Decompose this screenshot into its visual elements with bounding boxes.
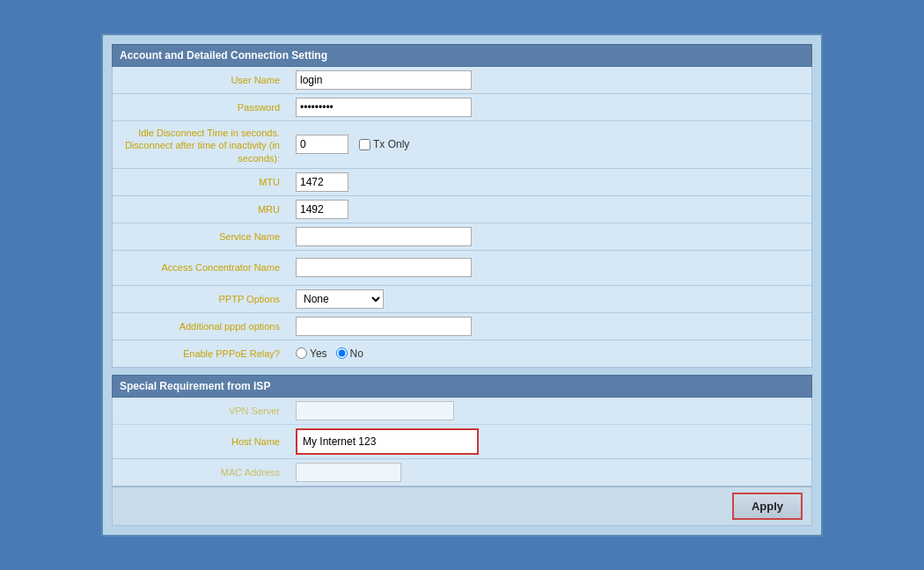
username-input[interactable] [296,70,472,90]
footer-bar: Apply [112,486,812,526]
pptp-options-label: PPTP Options [113,289,289,309]
idle-disconnect-label: Idle Disconnect Time in seconds. Disconn… [113,121,289,168]
pppoe-relay-radio-group: Yes No [296,347,804,360]
host-name-input-cell [289,425,811,458]
mru-label: MRU [113,200,289,219]
host-name-label: Host Name [113,432,289,451]
mac-address-input-cell [289,459,811,486]
mru-input[interactable] [296,200,348,219]
service-name-input-cell [289,223,811,250]
password-input-cell [289,94,811,121]
access-concentrator-input[interactable] [296,258,472,277]
vpn-server-label: VPN Server [113,401,289,420]
special-section-body: VPN Server Host Name MAC Address [112,398,812,486]
pppoe-no-radio[interactable] [336,347,348,359]
pptp-options-row: PPTP Options None MPPE 40 MPPE 128 MPPE … [113,286,811,313]
host-name-highlight-border [296,428,479,455]
idle-disconnect-input-cell: Tx Only [289,131,811,157]
additional-pppd-label: Additional pppd options [113,317,289,336]
pppoe-relay-input-cell: Yes No [289,344,811,363]
access-concentrator-input-cell [289,254,811,281]
pppoe-no-label: No [336,347,363,360]
special-section-header: Special Requirement from ISP [112,375,812,398]
account-section-body: User Name Password Idle Disconnect Time … [112,67,812,368]
mac-address-input[interactable] [296,463,401,482]
apply-button[interactable]: Apply [732,493,803,520]
mtu-label: MTU [113,172,289,192]
pptp-options-select[interactable]: None MPPE 40 MPPE 128 MPPE 40/128 [296,289,384,309]
account-section-header: Account and Detailed Connection Setting [112,44,812,67]
pppoe-relay-label: Enable PPPoE Relay? [113,344,289,363]
mac-address-label: MAC Address [113,463,289,482]
account-section-title: Account and Detailed Connection Setting [120,49,327,62]
host-name-row: Host Name [113,425,811,459]
username-label: User Name [113,70,289,90]
special-section-title: Special Requirement from ISP [120,380,270,392]
mtu-input[interactable] [296,172,348,192]
service-name-input[interactable] [296,227,472,246]
mac-address-row: MAC Address [113,459,811,486]
password-input[interactable] [296,98,472,117]
vpn-server-input-cell [289,398,811,424]
main-container: Account and Detailed Connection Setting … [101,33,823,537]
access-concentrator-row: Access Concentrator Name [113,251,811,286]
tx-only-label: Tx Only [359,138,409,150]
additional-pppd-input[interactable] [296,317,472,336]
service-name-row: Service Name [113,223,811,251]
password-label: Password [113,98,289,117]
mru-row: MRU [113,196,811,223]
access-concentrator-label: Access Concentrator Name [113,258,289,277]
username-input-cell [289,67,811,93]
additional-pppd-row: Additional pppd options [113,313,811,340]
mru-input-cell [289,196,811,223]
vpn-server-input[interactable] [296,401,454,420]
idle-disconnect-row: Idle Disconnect Time in seconds. Disconn… [113,121,811,169]
pptp-options-input-cell: None MPPE 40 MPPE 128 MPPE 40/128 [289,286,811,312]
password-row: Password [113,94,811,121]
section-gap [112,368,812,375]
pppoe-yes-label: Yes [296,347,327,360]
idle-disconnect-input[interactable] [296,135,348,154]
vpn-server-row: VPN Server [113,398,811,425]
username-row: User Name [113,67,811,94]
additional-pppd-input-cell [289,313,811,340]
pppoe-yes-radio[interactable] [296,347,307,359]
host-name-input[interactable] [299,432,475,451]
pppoe-relay-row: Enable PPPoE Relay? Yes No [113,340,811,367]
mtu-input-cell [289,169,811,195]
tx-only-checkbox[interactable] [359,139,370,150]
mtu-row: MTU [113,169,811,196]
service-name-label: Service Name [113,227,289,246]
